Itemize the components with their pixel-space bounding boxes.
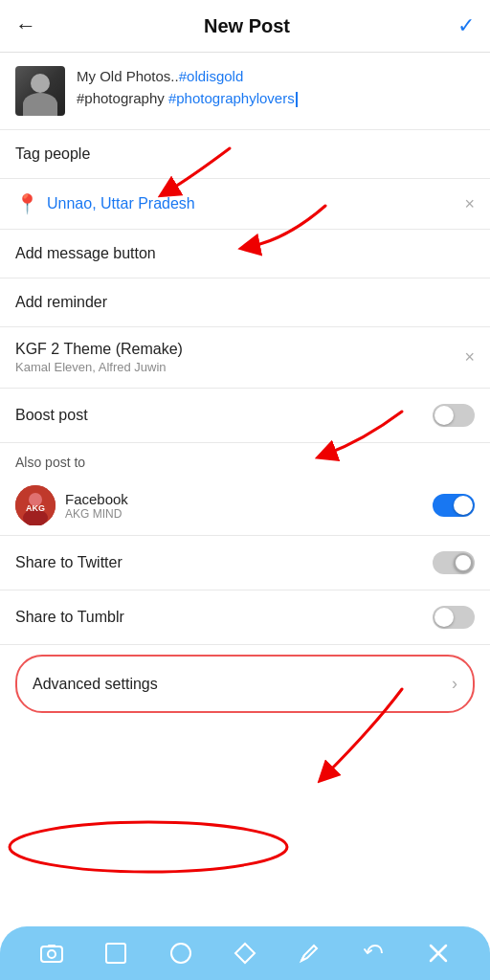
toolbar-undo-icon[interactable] — [357, 936, 391, 970]
location-text: Unnao, Uttar Pradesh — [47, 195, 195, 212]
toolbar-diamond-icon[interactable] — [228, 936, 262, 970]
tumblr-toggle[interactable] — [433, 606, 475, 629]
boost-post-row[interactable]: Boost post — [0, 389, 490, 443]
toolbar-close-icon[interactable] — [421, 936, 456, 970]
svg-point-4 — [10, 822, 287, 872]
also-post-to-label: Also post to — [0, 443, 490, 476]
location-row[interactable]: 📍 Unnao, Uttar Pradesh × — [0, 179, 490, 230]
add-message-label: Add message button — [15, 245, 156, 262]
svg-rect-8 — [106, 944, 125, 963]
post-text[interactable]: My Old Photos..#oldisgold #photography #… — [77, 66, 475, 109]
advanced-settings-container: Advanced settings › — [0, 645, 490, 793]
advanced-settings-label: Advanced settings — [33, 676, 158, 693]
tag-people-label: Tag people — [15, 145, 90, 163]
tumblr-toggle-thumb — [434, 608, 454, 627]
location-close-button[interactable]: × — [464, 194, 475, 214]
add-reminder-label: Add reminder — [15, 294, 107, 311]
twitter-toggle-thumb — [454, 553, 473, 572]
twitter-toggle[interactable] — [433, 551, 475, 574]
post-text-line2: #photography — [77, 90, 168, 106]
hashtag1: #oldisgold — [179, 68, 244, 84]
svg-rect-5 — [41, 947, 62, 962]
text-cursor — [296, 92, 298, 107]
facebook-left: AKG Facebook AKG MIND — [15, 485, 128, 525]
location-left: 📍 Unnao, Uttar Pradesh — [15, 192, 195, 215]
twitter-row[interactable]: Share to Twitter — [0, 536, 490, 590]
bottom-toolbar — [0, 926, 490, 980]
music-info: KGF 2 Theme (Remake) Kamal Eleven, Alfre… — [15, 341, 183, 374]
compose-area: My Old Photos..#oldisgold #photography #… — [0, 53, 490, 130]
svg-text:AKG: AKG — [26, 503, 45, 513]
boost-post-label: Boost post — [15, 407, 88, 424]
toolbar-camera-icon[interactable] — [34, 936, 69, 970]
advanced-settings-row[interactable]: Advanced settings › — [15, 655, 475, 713]
svg-rect-7 — [48, 945, 56, 947]
svg-point-9 — [171, 944, 190, 963]
avatar — [15, 66, 65, 116]
facebook-info: Facebook AKG MIND — [65, 491, 128, 521]
boost-post-toggle[interactable] — [433, 404, 475, 427]
toolbar-circle-icon[interactable] — [164, 936, 198, 970]
toolbar-pen-icon[interactable] — [292, 936, 326, 970]
hashtag2: #photographylovers — [168, 90, 295, 106]
header: ← New Post ✓ — [0, 0, 490, 53]
boost-post-toggle-thumb — [434, 406, 454, 425]
facebook-toggle[interactable] — [433, 494, 475, 517]
facebook-avatar-svg: AKG — [15, 485, 56, 525]
add-reminder-row[interactable]: Add reminder — [0, 278, 490, 327]
svg-point-6 — [48, 950, 56, 958]
post-text-plain: My Old Photos.. — [77, 68, 179, 84]
add-message-row[interactable]: Add message button — [0, 230, 490, 278]
twitter-label: Share to Twitter — [15, 554, 122, 571]
tumblr-label: Share to Tumblr — [15, 609, 124, 626]
facebook-page: AKG MIND — [65, 507, 128, 521]
facebook-row[interactable]: AKG Facebook AKG MIND — [0, 476, 490, 536]
confirm-button[interactable]: ✓ — [457, 13, 475, 38]
location-pin-icon: 📍 — [15, 192, 39, 215]
facebook-toggle-thumb — [454, 496, 473, 515]
back-button[interactable]: ← — [15, 13, 36, 38]
tag-people-row[interactable]: Tag people — [0, 130, 490, 179]
page-title: New Post — [204, 15, 290, 37]
music-close-button[interactable]: × — [464, 347, 475, 368]
music-title: KGF 2 Theme (Remake) — [15, 341, 183, 358]
chevron-right-icon: › — [452, 674, 457, 694]
facebook-avatar: AKG — [15, 485, 56, 525]
toolbar-square-icon[interactable] — [99, 936, 133, 970]
music-row: KGF 2 Theme (Remake) Kamal Eleven, Alfre… — [0, 327, 490, 389]
facebook-name: Facebook — [65, 491, 128, 507]
tumblr-row[interactable]: Share to Tumblr — [0, 590, 490, 645]
music-artist: Kamal Eleven, Alfred Juwin — [15, 360, 183, 374]
